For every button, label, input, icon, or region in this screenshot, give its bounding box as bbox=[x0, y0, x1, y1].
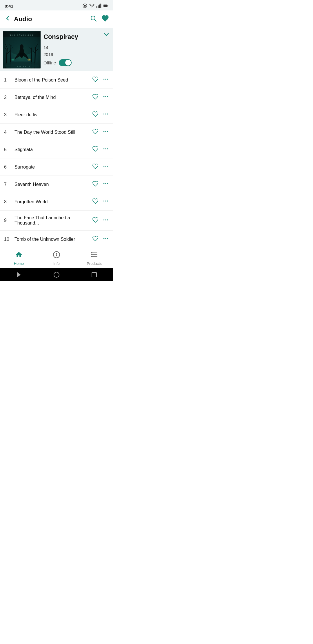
nav-item-products[interactable]: Products bbox=[75, 248, 113, 268]
album-year: 2019 bbox=[43, 51, 107, 58]
nav-item-home[interactable]: Home bbox=[0, 248, 38, 268]
svg-rect-3 bbox=[97, 6, 97, 8]
track-number: 7 bbox=[4, 182, 14, 187]
offline-label: Offline bbox=[43, 60, 56, 65]
chevron-down-icon[interactable] bbox=[103, 31, 110, 40]
track-number: 5 bbox=[4, 147, 14, 152]
page-title: Audio bbox=[14, 15, 90, 23]
nav-label-info: Info bbox=[53, 261, 60, 266]
svg-point-55 bbox=[105, 183, 106, 184]
products-icon bbox=[90, 251, 98, 258]
notification-icon bbox=[82, 3, 88, 8]
svg-point-48 bbox=[103, 148, 105, 149]
album-track-count: 14 bbox=[43, 44, 107, 51]
svg-point-64 bbox=[105, 238, 106, 239]
track-item[interactable]: 3 Fleur de lis bbox=[0, 106, 113, 124]
header-actions bbox=[90, 15, 109, 24]
svg-point-65 bbox=[107, 238, 108, 239]
offline-toggle[interactable] bbox=[59, 59, 72, 66]
system-back-button[interactable] bbox=[15, 271, 23, 279]
svg-point-59 bbox=[107, 200, 108, 202]
track-favorite-button[interactable] bbox=[92, 198, 99, 206]
svg-point-38 bbox=[107, 79, 108, 80]
track-name: Surrogate bbox=[14, 164, 92, 170]
track-number: 1 bbox=[4, 77, 14, 83]
track-item[interactable]: 10 Tomb of the Unknown Soldier bbox=[0, 231, 113, 248]
track-favorite-button[interactable] bbox=[92, 163, 99, 171]
track-item[interactable]: 9 The Face That Launched a Thousand... bbox=[0, 211, 113, 231]
track-more-button[interactable] bbox=[103, 111, 109, 119]
svg-point-1 bbox=[84, 5, 86, 7]
track-item[interactable]: 8 Forgotten World bbox=[0, 193, 113, 211]
album-art-image: THE RAVEN AGE CONSPIRACY bbox=[3, 31, 41, 68]
svg-point-46 bbox=[105, 131, 106, 132]
info-icon bbox=[53, 251, 60, 258]
system-home-button[interactable] bbox=[52, 271, 61, 279]
album-title: Conspiracy bbox=[43, 33, 107, 41]
track-item[interactable]: 5 Stigmata bbox=[0, 141, 113, 158]
track-more-button[interactable] bbox=[103, 128, 109, 136]
track-more-button[interactable] bbox=[103, 163, 109, 171]
track-favorite-button[interactable] bbox=[92, 76, 99, 84]
battery-icon bbox=[103, 3, 108, 8]
svg-point-37 bbox=[105, 79, 106, 80]
svg-point-62 bbox=[107, 219, 108, 220]
track-number: 3 bbox=[4, 112, 14, 117]
svg-rect-4 bbox=[98, 6, 99, 8]
track-actions bbox=[92, 235, 109, 243]
track-item[interactable]: 4 The Day the World Stood Still bbox=[0, 124, 113, 141]
bottom-nav: Home Info Products bbox=[0, 248, 113, 268]
search-button[interactable] bbox=[90, 15, 97, 23]
track-number: 8 bbox=[4, 199, 14, 205]
svg-rect-6 bbox=[100, 4, 101, 8]
track-more-button[interactable] bbox=[103, 198, 109, 206]
track-name: The Face That Launched a Thousand... bbox=[14, 215, 92, 226]
svg-point-47 bbox=[107, 131, 108, 132]
track-item[interactable]: 2 Betrayal of the Mind bbox=[0, 89, 113, 106]
track-name: Seventh Heaven bbox=[14, 182, 92, 187]
track-more-button[interactable] bbox=[103, 146, 109, 153]
svg-point-49 bbox=[105, 148, 106, 149]
track-more-button[interactable] bbox=[103, 217, 109, 225]
svg-point-63 bbox=[103, 238, 105, 239]
track-more-button[interactable] bbox=[103, 93, 109, 101]
header: Audio bbox=[0, 10, 113, 28]
track-number: 6 bbox=[4, 164, 14, 170]
track-favorite-button[interactable] bbox=[92, 111, 99, 119]
status-icons bbox=[82, 3, 108, 8]
svg-point-41 bbox=[107, 96, 108, 97]
track-favorite-button[interactable] bbox=[92, 217, 99, 225]
track-favorite-button[interactable] bbox=[92, 180, 99, 188]
toggle-knob bbox=[65, 60, 71, 66]
track-favorite-button[interactable] bbox=[92, 146, 99, 153]
status-bar: 8:41 bbox=[0, 0, 113, 10]
svg-point-43 bbox=[105, 113, 106, 115]
track-favorite-button[interactable] bbox=[92, 128, 99, 136]
status-time: 8:41 bbox=[5, 3, 13, 8]
svg-rect-5 bbox=[99, 5, 100, 8]
back-button[interactable] bbox=[4, 15, 14, 23]
track-name: Betrayal of the Mind bbox=[14, 95, 92, 100]
track-item[interactable]: 7 Seventh Heaven bbox=[0, 176, 113, 193]
track-more-button[interactable] bbox=[103, 235, 109, 243]
svg-rect-8 bbox=[108, 5, 108, 6]
nav-item-info[interactable]: Info bbox=[38, 248, 75, 268]
svg-line-11 bbox=[95, 20, 97, 21]
svg-point-58 bbox=[105, 200, 106, 202]
track-favorite-button[interactable] bbox=[92, 235, 99, 243]
svg-point-57 bbox=[103, 200, 105, 202]
svg-point-60 bbox=[103, 219, 105, 220]
track-number: 2 bbox=[4, 95, 14, 100]
svg-text:THE RAVEN AGE: THE RAVEN AGE bbox=[10, 34, 34, 36]
track-name: Bloom of the Poison Seed bbox=[14, 77, 92, 83]
track-number: 4 bbox=[4, 130, 14, 135]
nav-icon-home bbox=[15, 251, 23, 260]
track-item[interactable]: 1 Bloom of the Poison Seed bbox=[0, 71, 113, 89]
track-item[interactable]: 6 Surrogate bbox=[0, 158, 113, 176]
track-more-button[interactable] bbox=[103, 180, 109, 188]
favorite-button[interactable] bbox=[101, 15, 109, 24]
system-recents-button[interactable] bbox=[90, 271, 98, 279]
wifi-icon bbox=[89, 3, 94, 8]
track-more-button[interactable] bbox=[103, 76, 109, 84]
track-favorite-button[interactable] bbox=[92, 93, 99, 101]
